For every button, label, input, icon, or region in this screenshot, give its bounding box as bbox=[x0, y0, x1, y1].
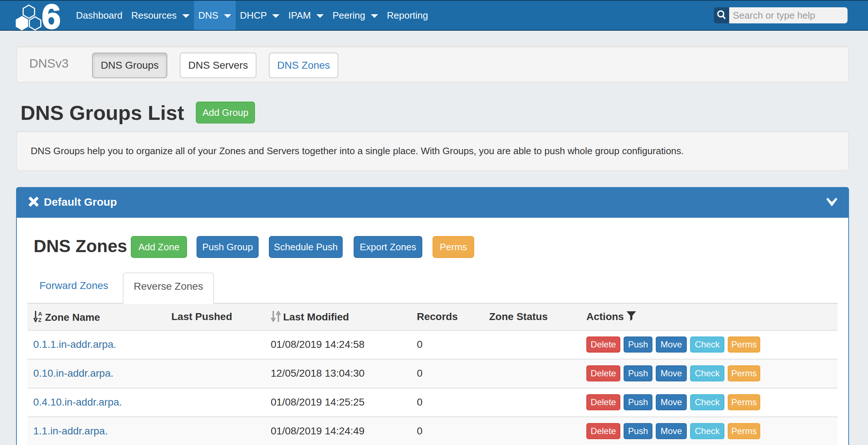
svg-text:Z: Z bbox=[38, 317, 42, 322]
svg-text:A: A bbox=[38, 311, 42, 317]
